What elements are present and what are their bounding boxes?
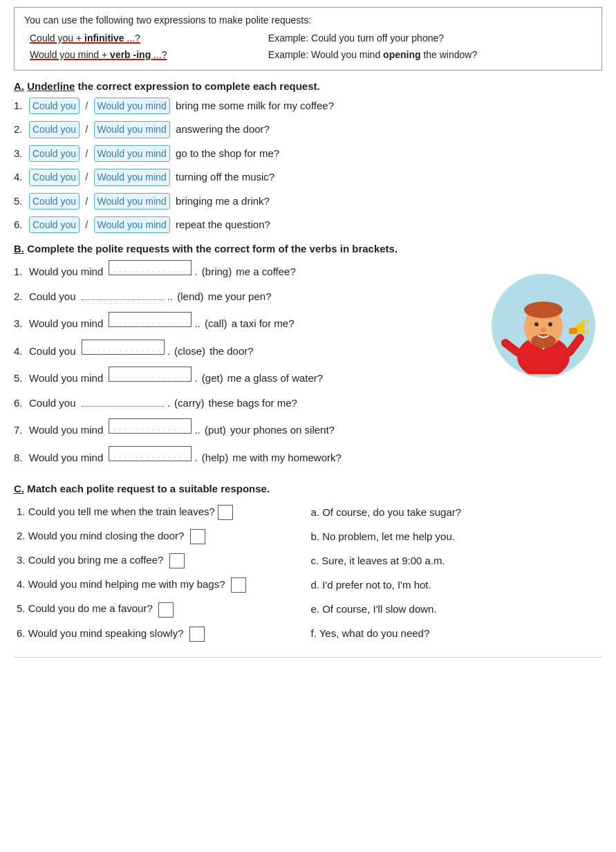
b-fill-8[interactable] (109, 446, 192, 461)
slash-2: / (85, 123, 88, 135)
section-c-table: 1. Could you tell me when the train leav… (14, 500, 602, 645)
c-question-2: 2. Would you mind closing the door? (14, 524, 308, 548)
b-fill-1[interactable] (109, 260, 192, 275)
section-b-title: B. Complete the polite requests with the… (14, 243, 602, 254)
section-a-underline: Underline (27, 80, 75, 92)
section-a-title: A. Underline the correct expression to c… (14, 80, 602, 92)
b-item-1: 1. Would you mind . (bring) me a coffee? (14, 260, 485, 281)
b-content-4: Could you . (close) the door? (29, 340, 254, 360)
b-num-3: 3. (14, 315, 29, 333)
c-question-1: 1. Could you tell me when the train leav… (14, 500, 308, 524)
would-you-2: Would you mind (94, 121, 170, 138)
item-num-2: 2. (14, 121, 29, 138)
b-fill-6[interactable] (82, 394, 165, 407)
item-3-content: Could you / Would you mind go to the sho… (29, 145, 279, 162)
c-match-box-3[interactable] (169, 553, 185, 568)
b-verb-5: (get) (202, 369, 223, 387)
c-match-box-6[interactable] (189, 627, 205, 642)
c-row-3: 3. Could you bring me a coffee? c. Sure,… (14, 548, 602, 573)
slash-3: / (85, 147, 88, 159)
would-you-mind-verbing: Would you mind + verb -ing ...? (30, 49, 167, 60)
could-you-5: Could you (29, 193, 80, 210)
c-response-a: a. Of course, do you take sugar? (308, 500, 603, 524)
b-verb-4: (close) (174, 342, 205, 360)
item-num-5: 5. (14, 193, 29, 210)
b-num-2: 2. (14, 288, 29, 306)
section-b-label: B. (14, 243, 24, 254)
svg-point-3 (524, 302, 563, 318)
c-response-d: d. I'd prefer not to, I'm hot. (308, 573, 603, 597)
svg-point-7 (541, 328, 546, 332)
could-you-infinitive: Could you + infinitive ...? (30, 33, 140, 44)
b-illustration-column (485, 260, 602, 378)
c-match-box-5[interactable] (158, 602, 174, 618)
b-fill-5[interactable] (109, 367, 192, 382)
would-you-6: Would you mind (94, 216, 170, 233)
b-item-6: 6. Could you . (carry) these bags for me… (14, 394, 485, 412)
b-item-4: 4. Could you . (close) the door? (14, 340, 485, 360)
slash-6: / (85, 219, 88, 230)
would-you-4: Would you mind (94, 169, 170, 185)
slash-4: / (85, 171, 88, 183)
b-content-5: Would you mind . (get) me a glass of wat… (29, 367, 323, 387)
b-num-4: 4. (14, 342, 29, 360)
b-content-1: Would you mind . (bring) me a coffee? (29, 260, 296, 281)
c-match-box-2[interactable] (190, 529, 205, 544)
svg-point-6 (548, 322, 552, 326)
item-num-3: 3. (14, 145, 29, 162)
could-you-3: Could you (29, 145, 80, 162)
intro-row1-left: Could you + infinitive ...? (24, 30, 263, 46)
b-fill-7[interactable] (109, 418, 192, 434)
bottom-divider (14, 657, 602, 658)
b-content-3: Would you mind .. (call) a taxi for me? (29, 312, 295, 333)
b-num-1: 1. (14, 263, 29, 281)
intro-box: You can use the following two expression… (14, 7, 602, 71)
svg-point-5 (534, 322, 539, 326)
b-fill-2[interactable] (82, 288, 165, 300)
slash-1: / (85, 100, 88, 111)
b-verb-7: (put) (205, 421, 226, 439)
b-item-3: 3. Would you mind .. (call) a taxi for m… (14, 312, 485, 333)
b-verb-2: (lend) (177, 288, 203, 306)
intro-row2-left: Would you mind + verb -ing ...? (24, 46, 263, 63)
c-question-5: 5. Could you do me a favour? (14, 597, 308, 621)
could-you-4: Could you (29, 169, 80, 185)
c-match-box-1[interactable] (218, 505, 233, 520)
could-you-6: Could you (29, 216, 80, 233)
c-match-box-4[interactable] (231, 577, 246, 593)
character-svg (498, 277, 588, 374)
b-fill-3[interactable] (109, 312, 192, 327)
b-verb-6: (carry) (174, 394, 204, 412)
c-row-4: 4. Would you mind helping me with my bag… (14, 573, 602, 597)
b-verb-1: (bring) (202, 263, 232, 281)
section-b-wrapper: 1. Would you mind . (bring) me a coffee?… (14, 260, 602, 473)
item-2-content: Could you / Would you mind answering the… (29, 121, 270, 138)
intro-table: Could you + infinitive ...? Example: Cou… (24, 30, 592, 63)
b-content-7: Would you mind .. (put) your phones on s… (29, 418, 335, 439)
c-question-6: 6. Would you mind speaking slowly? (14, 622, 308, 646)
c-question-3: 3. Could you bring me a coffee? (14, 548, 308, 573)
c-response-b: b. No problem, let me help you. (308, 524, 603, 548)
c-row-5: 5. Could you do me a favour? e. Of cours… (14, 597, 602, 621)
svg-rect-11 (569, 328, 577, 334)
would-you-5: Would you mind (94, 193, 170, 210)
section-a-item-1: 1. Could you / Would you mind bring me s… (14, 98, 602, 114)
section-a-items: 1. Could you / Would you mind bring me s… (14, 98, 602, 233)
b-fill-4[interactable] (82, 340, 165, 355)
b-num-5: 5. (14, 369, 29, 387)
item-num-4: 4. (14, 169, 29, 185)
item-num-6: 6. (14, 216, 29, 233)
intro-top-text: You can use the following two expression… (24, 15, 592, 26)
b-item-2: 2. Could you .. (lend) me your pen? (14, 288, 485, 306)
item-1-content: Could you / Would you mind bring me some… (29, 98, 334, 114)
section-c-label: C. (14, 483, 24, 494)
would-you-1: Would you mind (94, 98, 170, 114)
section-c-title: C. Match each polite request to a suitab… (14, 483, 602, 494)
b-item-5: 5. Would you mind . (get) me a glass of … (14, 367, 485, 387)
b-content-6: Could you . (carry) these bags for me? (29, 394, 297, 412)
character-illustration (492, 274, 595, 378)
slash-5: / (85, 195, 88, 207)
section-b-items: 1. Would you mind . (bring) me a coffee?… (14, 260, 485, 473)
b-content-8: Would you mind . (help) me with my homew… (29, 446, 342, 467)
c-response-c: c. Sure, it leaves at 9:00 a.m. (308, 548, 603, 573)
